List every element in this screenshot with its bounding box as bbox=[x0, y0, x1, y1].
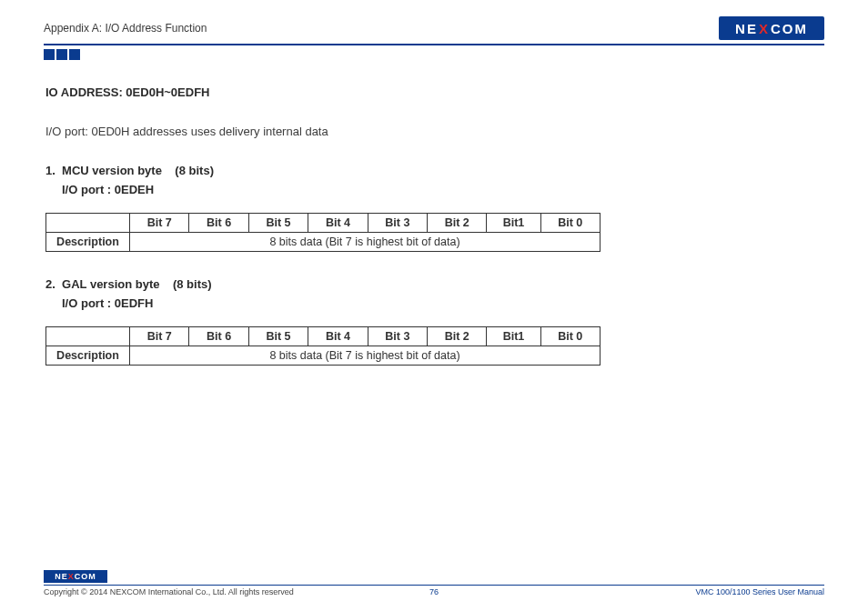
header-rule bbox=[44, 44, 824, 45]
item-1-port: I/O port : 0EDEH bbox=[62, 183, 824, 196]
copyright-text: Copyright © 2014 NEXCOM International Co… bbox=[44, 587, 294, 596]
item-2-title: 2. GAL version byte (8 bits) bbox=[45, 277, 824, 291]
table-header-row: Bit 7 Bit 6 Bit 5 Bit 4 Bit 3 Bit 2 Bit1… bbox=[46, 327, 601, 346]
header-row: Appendix A: I/O Address Function NEXCOM bbox=[44, 16, 824, 40]
appendix-title: Appendix A: I/O Address Function bbox=[44, 22, 207, 35]
table-row: Description 8 bits data (Bit 7 is highes… bbox=[46, 233, 601, 252]
manual-name: VMC 100/1100 Series User Manual bbox=[695, 587, 824, 596]
item-2-port: I/O port : 0EDFH bbox=[62, 296, 824, 310]
table-row: Description 8 bits data (Bit 7 is highes… bbox=[46, 346, 601, 366]
footer-logo: NEXCOM bbox=[44, 570, 107, 583]
footer-rule bbox=[44, 585, 824, 586]
item-1-table: Bit 7 Bit 6 Bit 5 Bit 4 Bit 3 Bit 2 Bit1… bbox=[45, 213, 601, 252]
nexcom-logo: NEXCOM bbox=[719, 16, 824, 40]
io-address-heading: IO ADDRESS: 0ED0H~0EDFH bbox=[45, 85, 824, 99]
page-number: 76 bbox=[429, 587, 439, 596]
io-port-subtext: I/O port: 0ED0H addresses uses delivery … bbox=[45, 125, 824, 138]
item-1-title: 1. MCU version byte (8 bits) bbox=[45, 164, 824, 177]
decorative-squares bbox=[44, 49, 824, 60]
main-content: IO ADDRESS: 0ED0H~0EDFH I/O port: 0ED0H … bbox=[44, 85, 824, 366]
footer-row: Copyright © 2014 NEXCOM International Co… bbox=[44, 587, 824, 596]
table-header-row: Bit 7 Bit 6 Bit 5 Bit 4 Bit 3 Bit 2 Bit1… bbox=[46, 214, 601, 233]
item-2-table: Bit 7 Bit 6 Bit 5 Bit 4 Bit 3 Bit 2 Bit1… bbox=[45, 326, 601, 366]
page-footer: NEXCOM Copyright © 2014 NEXCOM Internati… bbox=[44, 570, 824, 596]
